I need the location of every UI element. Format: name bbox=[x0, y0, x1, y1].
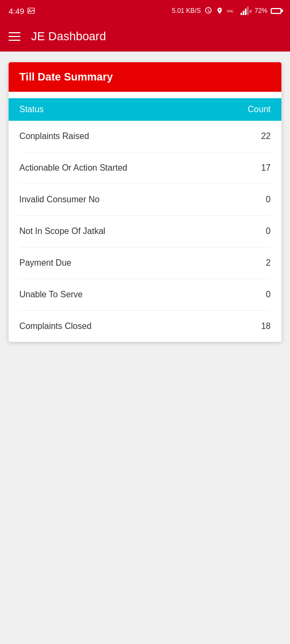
table-body: Conplaints Raised 22 Actionable Or Actio… bbox=[9, 121, 281, 342]
table-row: Unable To Serve 0 bbox=[19, 279, 271, 311]
row-label-1: Actionable Or Action Started bbox=[19, 163, 127, 173]
table-header-status-label: Status bbox=[19, 105, 44, 114]
summary-card: Till Date Summary Status Count Conplaint… bbox=[9, 62, 281, 342]
svg-rect-3 bbox=[241, 13, 242, 15]
image-icon bbox=[27, 8, 35, 14]
location-icon bbox=[216, 6, 223, 15]
app-bar: JE Dashboard bbox=[0, 21, 290, 52]
volte-icon: VoL bbox=[227, 7, 237, 14]
speed-display: 5.01 KB/S bbox=[172, 7, 201, 14]
battery-icon bbox=[271, 8, 281, 14]
row-label-0: Conplaints Raised bbox=[19, 131, 89, 141]
row-value-1: 17 bbox=[261, 163, 271, 173]
table-row: Payment Due 2 bbox=[19, 247, 271, 279]
row-value-2: 0 bbox=[266, 195, 271, 204]
svg-rect-5 bbox=[245, 9, 247, 15]
card-header-title: Till Date Summary bbox=[19, 71, 113, 83]
battery-percent: 72% bbox=[255, 7, 267, 14]
card-header: Till Date Summary bbox=[9, 62, 281, 92]
row-value-4: 2 bbox=[266, 258, 271, 268]
row-value-3: 0 bbox=[266, 226, 271, 236]
svg-text:VoL: VoL bbox=[227, 9, 234, 13]
time-display: 4:49 bbox=[9, 6, 24, 16]
status-bar: 4:49 5.01 KB/S VoL 4G 72% bbox=[0, 0, 290, 21]
table-header: Status Count bbox=[9, 98, 281, 121]
table-row: Invalid Consumer No 0 bbox=[19, 184, 271, 216]
menu-button[interactable] bbox=[9, 32, 20, 41]
row-value-0: 22 bbox=[261, 131, 271, 141]
signal-icon: 4G bbox=[241, 6, 251, 15]
svg-text:4G: 4G bbox=[249, 9, 251, 14]
row-label-6: Complaints Closed bbox=[19, 321, 91, 331]
table-header-count-label: Count bbox=[248, 105, 271, 114]
table-row: Actionable Or Action Started 17 bbox=[19, 152, 271, 184]
row-label-5: Unable To Serve bbox=[19, 290, 83, 299]
table-row: Not In Scope Of Jatkal 0 bbox=[19, 216, 271, 247]
row-label-2: Invalid Consumer No bbox=[19, 195, 99, 204]
main-content: Till Date Summary Status Count Conplaint… bbox=[0, 52, 290, 644]
svg-rect-6 bbox=[247, 6, 249, 15]
svg-rect-4 bbox=[243, 11, 244, 15]
svg-point-1 bbox=[30, 9, 31, 10]
row-value-6: 18 bbox=[261, 321, 271, 331]
row-label-3: Not In Scope Of Jatkal bbox=[19, 226, 105, 236]
table-row: Complaints Closed 18 bbox=[19, 311, 271, 342]
row-value-5: 0 bbox=[266, 290, 271, 299]
alarm-icon bbox=[204, 6, 213, 15]
app-bar-title: JE Dashboard bbox=[31, 30, 106, 43]
table-row: Conplaints Raised 22 bbox=[19, 121, 271, 152]
status-bar-time: 4:49 bbox=[9, 6, 35, 16]
status-bar-right: 5.01 KB/S VoL 4G 72% bbox=[172, 6, 281, 15]
row-label-4: Payment Due bbox=[19, 258, 71, 268]
